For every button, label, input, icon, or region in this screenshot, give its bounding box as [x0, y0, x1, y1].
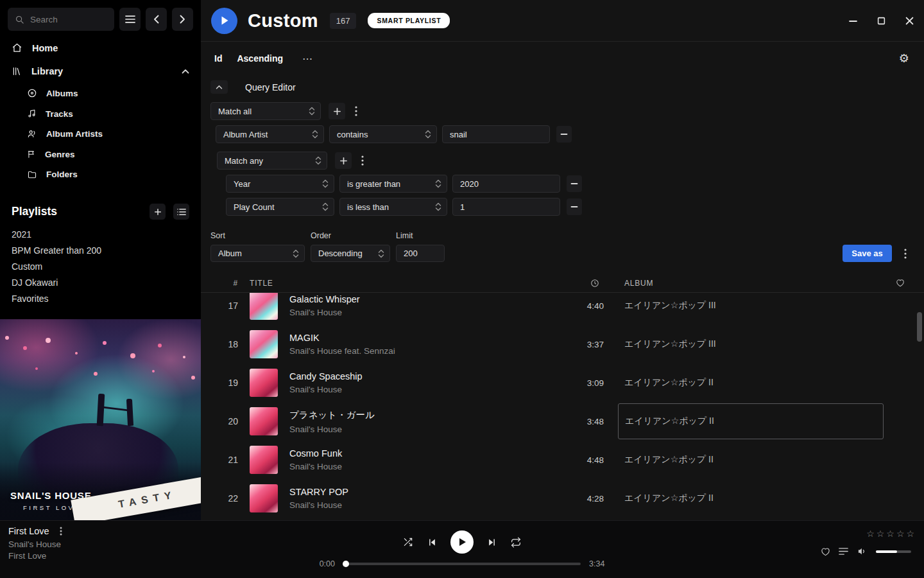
playlist-item[interactable]: 2021 — [0, 226, 201, 242]
star-icon[interactable]: ☆ — [906, 529, 914, 539]
nav-forward-button[interactable] — [172, 8, 193, 31]
play-icon — [220, 15, 229, 26]
rule-field-select[interactable]: Play Count — [226, 198, 334, 216]
rule-value-input[interactable] — [442, 125, 550, 143]
column-header-number[interactable]: # — [201, 279, 238, 288]
repeat-button[interactable] — [510, 537, 522, 548]
queue-button[interactable] — [839, 547, 848, 556]
star-icon[interactable]: ☆ — [886, 529, 894, 539]
query-menu-button[interactable] — [900, 245, 911, 262]
chevron-up-icon — [216, 85, 223, 89]
remove-rule-button[interactable] — [567, 175, 582, 192]
previous-button[interactable] — [427, 538, 437, 547]
playlist-item[interactable]: DJ Okawari — [0, 274, 201, 290]
now-playing-album: First Love — [8, 551, 65, 561]
playlist-view-button[interactable] — [173, 204, 189, 220]
play-pause-button[interactable] — [450, 530, 474, 554]
close-button[interactable] — [898, 10, 920, 32]
column-header-album[interactable]: ALBUM — [624, 279, 889, 288]
track-album-cell[interactable]: エイリアン☆ポップ II — [624, 442, 889, 478]
playlist-item[interactable]: BPM Greater than 200 — [0, 242, 201, 258]
sidebar-item-library[interactable]: Library — [0, 60, 201, 83]
menu-button[interactable] — [119, 8, 141, 31]
group-menu-button[interactable] — [357, 152, 368, 169]
sidebar-item-folders[interactable]: Folders — [0, 164, 201, 184]
sidebar-item-albums[interactable]: Albums — [0, 83, 201, 103]
shuffle-button[interactable] — [402, 537, 414, 547]
order-select[interactable]: Descending — [311, 245, 390, 262]
next-button[interactable] — [487, 538, 497, 547]
sidebar-item-genres[interactable]: Genres — [0, 144, 201, 164]
rule-operator-select[interactable]: contains — [329, 125, 437, 143]
rule-operator-select[interactable]: is less than — [339, 198, 447, 216]
nav-back-button[interactable] — [146, 8, 167, 31]
remove-rule-button[interactable] — [556, 126, 572, 143]
track-row[interactable]: 20 プラネット・ガール Snail's House 3:48 — [201, 402, 924, 441]
sort-select[interactable]: Album — [210, 245, 305, 262]
search-box[interactable] — [8, 8, 114, 31]
lantern-lights-decoration — [5, 336, 9, 340]
volume-slider[interactable] — [876, 550, 911, 553]
gear-icon[interactable]: ⚙ — [899, 51, 909, 66]
select-arrows-icon — [373, 249, 384, 258]
sidebar-item-home[interactable]: Home — [0, 36, 201, 60]
more-options-button[interactable]: ⋯ — [302, 53, 312, 65]
track-row[interactable]: 19 Candy Spaceship Snail's House 3:09 — [201, 363, 924, 402]
maximize-button[interactable] — [870, 10, 892, 32]
match-type-select[interactable]: Match all — [210, 102, 321, 120]
star-icon[interactable]: ☆ — [896, 529, 905, 539]
collapse-query-editor-button[interactable] — [210, 80, 228, 94]
figure-silhouette — [126, 399, 133, 426]
seek-handle[interactable] — [343, 561, 349, 567]
volume-button[interactable] — [857, 547, 868, 556]
star-icon[interactable]: ☆ — [866, 529, 875, 539]
add-rule-button[interactable] — [329, 103, 345, 119]
select-arrows-icon — [310, 156, 321, 165]
track-album-cell[interactable]: エイリアン☆ポップ II — [624, 403, 889, 439]
column-header-favorite[interactable] — [889, 279, 924, 287]
shuffle-icon — [402, 537, 414, 547]
track-album-cell[interactable]: エイリアン☆ポップ II — [624, 480, 889, 516]
track-row[interactable]: 17 Galactic Whisper Snail's House 4:40 — [201, 293, 924, 325]
playlist-item[interactable]: Favorites — [0, 290, 201, 306]
track-album-cell[interactable]: エイリアン☆ポップ III — [624, 326, 889, 362]
track-album-cell[interactable]: エイリアン☆ポップ III — [624, 293, 889, 324]
group-menu-button[interactable] — [350, 103, 362, 119]
sidebar-item-tracks[interactable]: Tracks — [0, 103, 201, 124]
column-header-duration[interactable] — [558, 279, 604, 288]
add-playlist-button[interactable] — [150, 204, 166, 220]
rule-field-select[interactable]: Album Artist — [216, 125, 324, 143]
player-right-controls — [821, 547, 911, 556]
minimize-button[interactable] — [842, 10, 864, 32]
track-row[interactable]: 21 Cosmo Funk Snail's House 4:48 — [201, 441, 924, 479]
track-row[interactable]: 18 MAGIK Snail's House feat. Sennzai 3:3… — [201, 325, 924, 363]
now-playing-menu-button[interactable] — [56, 525, 65, 537]
rule-value-input[interactable] — [452, 175, 560, 193]
track-row[interactable]: 22 STARRY POP Snail's House 4:28 — [201, 479, 924, 518]
sort-field-chip[interactable]: Id — [214, 53, 222, 64]
match-type-select[interactable]: Match any — [217, 152, 327, 170]
play-playlist-button[interactable] — [211, 8, 237, 34]
rating-stars[interactable]: ☆ ☆ ☆ ☆ ☆ — [866, 529, 914, 539]
rule-operator-select[interactable]: is greater than — [339, 175, 447, 193]
remove-rule-button[interactable] — [567, 198, 582, 215]
limit-input[interactable] — [396, 245, 445, 262]
star-icon[interactable]: ☆ — [877, 529, 885, 539]
sidebar: Home Library Albums Tracks Album Artists… — [0, 0, 201, 520]
scrollbar-thumb[interactable] — [917, 312, 922, 342]
track-artist: Snail's House — [289, 462, 342, 471]
add-rule-button[interactable] — [335, 152, 352, 169]
rule-field-select[interactable]: Year — [226, 175, 334, 193]
column-header-title[interactable]: TITLE — [238, 279, 558, 288]
save-as-button[interactable]: Save as — [843, 245, 892, 262]
track-number: 17 — [201, 301, 238, 311]
seek-bar[interactable] — [343, 563, 581, 565]
sort-direction-chip[interactable]: Ascending — [237, 53, 283, 64]
favorite-button[interactable] — [821, 547, 830, 556]
playlist-item[interactable]: Custom — [0, 258, 201, 274]
query-rule-row: Album Artist contains — [216, 125, 911, 143]
sidebar-item-album-artists[interactable]: Album Artists — [0, 124, 201, 144]
track-album-cell[interactable]: エイリアン☆ポップ II — [624, 365, 889, 401]
search-input[interactable] — [30, 15, 102, 24]
rule-value-input[interactable] — [452, 198, 560, 216]
